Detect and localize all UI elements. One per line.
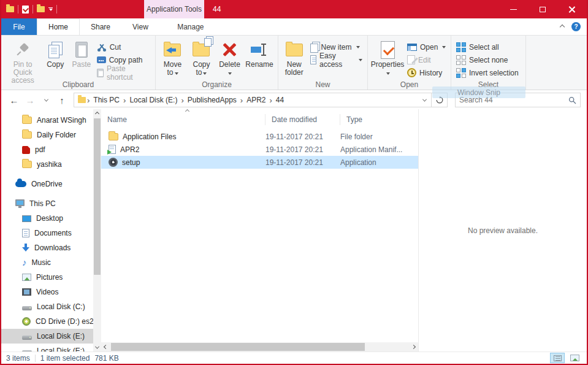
- back-button[interactable]: ←: [6, 92, 22, 108]
- delete-icon: [222, 42, 237, 57]
- paste-button[interactable]: Paste: [69, 37, 94, 71]
- details-view-button[interactable]: [550, 353, 565, 363]
- sidebar-item-pdf[interactable]: pdf: [1, 142, 93, 157]
- sidebar-item-documents[interactable]: Documents: [1, 226, 93, 240]
- edit-button[interactable]: Edit: [405, 53, 448, 66]
- address-dropdown-button[interactable]: [418, 93, 431, 107]
- copy-to-button[interactable]: Copy to: [187, 37, 216, 79]
- thumbnails-view-button[interactable]: [567, 353, 582, 363]
- sidebar-item-cd-drive-d[interactable]: CD Drive (D:) es20: [1, 314, 93, 329]
- tab-manage[interactable]: Manage: [161, 18, 221, 35]
- breadcrumb-separator[interactable]: ›: [122, 96, 127, 105]
- select-all-button[interactable]: Select all: [454, 40, 521, 53]
- recent-locations-dropdown[interactable]: [38, 92, 54, 108]
- new-folder-qat-icon[interactable]: [37, 6, 45, 12]
- column-header-type[interactable]: Type: [340, 114, 418, 125]
- sidebar-item-onedrive[interactable]: OneDrive: [1, 177, 93, 191]
- sidebar-item-anarat-wsingh[interactable]: Anarat WSingh: [1, 113, 93, 128]
- search-icon[interactable]: [568, 96, 576, 104]
- new-folder-button[interactable]: New folder: [281, 37, 308, 79]
- tab-file[interactable]: File: [1, 18, 37, 35]
- cut-button[interactable]: Cut: [94, 40, 153, 53]
- sidebar-scrollbar[interactable]: [93, 109, 101, 352]
- horizontal-scrollbar-thumb[interactable]: [111, 343, 365, 351]
- search-input[interactable]: [456, 96, 568, 104]
- new-folder-icon: [286, 44, 303, 56]
- breadcrumb-separator[interactable]: ›: [180, 96, 185, 105]
- sidebar-item-videos[interactable]: Videos: [1, 285, 93, 299]
- minimize-ribbon-icon[interactable]: [560, 24, 565, 29]
- address-bar[interactable]: › This PC › Local Disk (E:) › PublishedA…: [74, 93, 432, 107]
- paste-icon: [75, 42, 88, 58]
- rename-button[interactable]: Rename: [243, 37, 275, 71]
- file-row-setup[interactable]: setup 19-11-2017 20:21 Application: [101, 156, 418, 169]
- minimize-button[interactable]: [498, 0, 528, 18]
- copy-button[interactable]: Copy: [42, 37, 69, 71]
- easy-access-button[interactable]: Easy access: [308, 53, 365, 66]
- tab-share[interactable]: Share: [80, 18, 121, 35]
- properties-qat-icon[interactable]: [22, 6, 29, 13]
- invert-selection-icon: [456, 68, 466, 78]
- tab-home[interactable]: Home: [37, 18, 80, 35]
- address-bar-row: ← → ↑ › This PC › Local Disk (E:) › Publ…: [1, 91, 587, 109]
- tabstrip-right: ?: [560, 18, 587, 35]
- file-row-apr2[interactable]: APR2 19-11-2017 20:21 Application Manif.…: [101, 143, 418, 156]
- open-small-buttons: Open Edit History: [405, 37, 448, 79]
- up-button[interactable]: ↑: [54, 92, 70, 108]
- invert-selection-button[interactable]: Invert selection: [454, 66, 521, 79]
- pin-to-quick-access-button[interactable]: Pin to Quick access: [4, 37, 42, 86]
- breadcrumb-local-disk-e[interactable]: Local Disk (E:): [127, 96, 180, 104]
- sidebar-item-downloads[interactable]: Downloads: [1, 240, 93, 255]
- search-box[interactable]: [455, 93, 581, 107]
- paste-shortcut-icon: [97, 69, 104, 77]
- qat-separator: [32, 5, 33, 13]
- sidebar-item-local-disk-c[interactable]: Local Disk (C:): [1, 299, 93, 314]
- sidebar-item-desktop[interactable]: Desktop: [1, 211, 93, 226]
- dropdown-caret-icon: [356, 46, 360, 48]
- breadcrumb-44[interactable]: 44: [273, 96, 286, 104]
- scroll-right-icon[interactable]: [409, 342, 418, 352]
- open-button[interactable]: Open: [405, 40, 448, 53]
- breadcrumb-this-pc[interactable]: This PC: [91, 96, 122, 104]
- tab-view[interactable]: View: [121, 18, 159, 35]
- breadcrumb-separator[interactable]: ›: [239, 96, 244, 105]
- sidebar-scrollbar-thumb[interactable]: [94, 118, 101, 275]
- properties-button[interactable]: Properties: [370, 37, 405, 79]
- ribbon: Pin to Quick access Copy Paste Cut Copy …: [1, 35, 587, 90]
- file-row-application-files[interactable]: Application Files 19-11-2017 20:21 File …: [101, 130, 418, 143]
- sidebar-item-pictures[interactable]: Pictures: [1, 270, 93, 285]
- select-none-button[interactable]: Select none: [454, 53, 521, 66]
- sidebar-item-local-disk-e[interactable]: Local Disk (E:): [1, 329, 93, 344]
- scroll-left-icon[interactable]: [101, 342, 110, 352]
- scroll-up-icon[interactable]: [93, 109, 101, 118]
- sidebar-item-yashika[interactable]: yashika: [1, 157, 93, 172]
- move-to-button[interactable]: Move to: [158, 37, 187, 79]
- explorer-icon[interactable]: [6, 6, 14, 12]
- close-button[interactable]: [557, 0, 587, 18]
- contextual-tab-application-tools[interactable]: Application Tools: [144, 0, 204, 18]
- maximize-button[interactable]: [528, 0, 557, 18]
- help-icon[interactable]: ?: [571, 22, 581, 31]
- history-button[interactable]: History: [405, 66, 448, 79]
- column-header-name[interactable]: Name: [101, 114, 265, 125]
- videos-icon: [22, 288, 31, 296]
- scroll-down-icon[interactable]: [93, 343, 101, 352]
- horizontal-scrollbar[interactable]: [101, 342, 418, 352]
- paste-shortcut-button[interactable]: Paste shortcut: [94, 66, 153, 79]
- customize-qat-icon[interactable]: [48, 7, 53, 11]
- breadcrumb-apr2[interactable]: APR2: [244, 96, 268, 104]
- breadcrumb-separator[interactable]: ›: [269, 96, 273, 105]
- delete-button[interactable]: Delete: [216, 37, 243, 79]
- sidebar-item-this-pc[interactable]: This PC: [1, 196, 93, 211]
- sidebar-item-local-disk-e-2[interactable]: Local Disk (E:): [1, 344, 93, 352]
- sidebar-item-daily-folder[interactable]: Daily Folder: [1, 128, 93, 142]
- file-rows: Application Files 19-11-2017 20:21 File …: [101, 130, 418, 169]
- sidebar-item-music[interactable]: ♪Music: [1, 255, 93, 270]
- column-header-date-modified[interactable]: Date modified: [265, 114, 340, 125]
- breadcrumb-separator[interactable]: ›: [86, 96, 91, 105]
- refresh-button[interactable]: [432, 93, 448, 107]
- ribbon-tabstrip: File Home Share View Manage ?: [1, 18, 587, 35]
- breadcrumb-publishedapps[interactable]: PublishedApps: [185, 96, 239, 104]
- folder-icon: [109, 133, 118, 140]
- forward-button[interactable]: →: [22, 92, 38, 108]
